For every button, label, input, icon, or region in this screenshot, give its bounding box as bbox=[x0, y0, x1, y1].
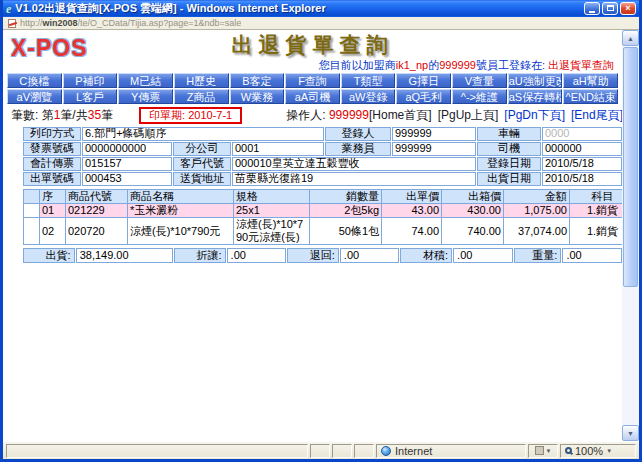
col-header: 金額 bbox=[504, 190, 570, 204]
field-label: 發票號碼 bbox=[23, 142, 81, 156]
vertical-scrollbar[interactable]: ▲ ▼ bbox=[622, 30, 639, 441]
field-label: 司機 bbox=[477, 142, 541, 156]
volume-field[interactable]: .00 bbox=[453, 248, 513, 263]
ship-total-field[interactable]: 38,149.00 bbox=[76, 248, 173, 263]
cell-code: 020720 bbox=[66, 218, 128, 245]
close-button[interactable]: × bbox=[620, 2, 636, 15]
cell-spec: 涼煙(長)*10*790元涼煙(長) bbox=[234, 218, 310, 245]
print-mode-field[interactable]: 6.部門+條碼順序 bbox=[82, 127, 324, 141]
customer-field[interactable]: 000010皇英立達五穀豐收 bbox=[232, 157, 476, 171]
globe-icon bbox=[381, 446, 391, 456]
status-panel bbox=[354, 444, 374, 458]
nav-end-link[interactable]: [End尾頁] bbox=[571, 107, 622, 124]
summary-label: 出貨: bbox=[23, 248, 75, 263]
page-nav: [Home首頁] [PgUp上頁] [PgDn下頁] [End尾頁] bbox=[369, 107, 622, 124]
login-suffix: 號員工登錄在: bbox=[476, 59, 548, 71]
toolbar-button[interactable]: aH幫助 bbox=[563, 73, 618, 88]
toolbar-button[interactable]: W業務 bbox=[230, 89, 285, 104]
toolbar-button[interactable]: B客定 bbox=[230, 73, 285, 88]
maximize-button[interactable] bbox=[602, 2, 618, 15]
zone-label: Internet bbox=[395, 445, 432, 457]
field-label: 業務員 bbox=[325, 142, 391, 156]
toolbar: C換檔 P補印 M已結 H歷史 B客定 F查詢 T類型 G擇日 V查量 aU強制… bbox=[7, 73, 618, 104]
ie-logo-icon: e bbox=[6, 3, 11, 15]
cell-amount: 1,075.00 bbox=[504, 204, 570, 218]
toolbar-button[interactable]: V查量 bbox=[452, 73, 507, 88]
reg-date-field[interactable]: 2010/5/18 bbox=[542, 157, 622, 171]
toolbar-button[interactable]: aQ毛利 bbox=[396, 89, 451, 104]
window-title: V1.02出退貨查詢[X-POS 雲端網] - Windows Internet… bbox=[15, 1, 584, 16]
toolbar-button[interactable]: G擇日 bbox=[396, 73, 451, 88]
browser-window: e V1.02出退貨查詢[X-POS 雲端網] - Windows Intern… bbox=[0, 0, 642, 462]
xpos-logo: X-POS bbox=[11, 35, 88, 62]
scroll-down-icon[interactable]: ▼ bbox=[622, 425, 639, 441]
weight-field[interactable]: .00 bbox=[562, 248, 622, 263]
table-row[interactable]: 02 020720 涼煙(長)*10*790元 涼煙(長)*10*790元涼煙(… bbox=[24, 218, 623, 245]
discount-field[interactable]: .00 bbox=[227, 248, 287, 263]
field-label: 列印方式 bbox=[23, 127, 81, 141]
vehicle-field[interactable]: 0000 bbox=[542, 127, 622, 141]
driver-field[interactable]: 000000 bbox=[542, 142, 622, 156]
chevron-down-icon: ▼ bbox=[546, 448, 552, 454]
salesman-field[interactable]: 999999 bbox=[392, 142, 476, 156]
address-bar: http://win2008/te/O_CData/Tijia.asp?page… bbox=[3, 17, 639, 30]
col-header: 銷數量 bbox=[310, 190, 382, 204]
field-label: 分公司 bbox=[173, 142, 231, 156]
toolbar-button[interactable]: H歷史 bbox=[174, 73, 229, 88]
nav-pgdn-link[interactable]: [PgDn下頁] bbox=[504, 107, 565, 124]
protected-mode-panel[interactable]: ▼ bbox=[528, 444, 558, 458]
summary-bar: 出貨: 38,149.00 折讓: .00 退回: .00 材積: .00 重量… bbox=[23, 248, 622, 263]
scroll-up-icon[interactable]: ▲ bbox=[622, 30, 639, 46]
invoice-field[interactable]: 0000000000 bbox=[82, 142, 172, 156]
return-field[interactable]: .00 bbox=[340, 248, 400, 263]
toolbar-button[interactable]: aV瀏覽 bbox=[7, 89, 62, 104]
cell-box-price: 430.00 bbox=[442, 204, 504, 218]
toolbar-button[interactable]: ^->維護 bbox=[452, 89, 507, 104]
minimize-button[interactable] bbox=[584, 2, 600, 15]
toolbar-button[interactable]: C換檔 bbox=[7, 73, 62, 88]
order-no-field[interactable]: 000453 bbox=[82, 172, 172, 186]
toolbar-button[interactable]: M已結 bbox=[118, 73, 173, 88]
address-field[interactable]: 苗栗縣光復路19 bbox=[232, 172, 476, 186]
voucher-field[interactable]: 015157 bbox=[82, 157, 172, 171]
status-panel bbox=[332, 444, 352, 458]
col-header: 出單價 bbox=[382, 190, 442, 204]
page-title: 出退貨單查詢 bbox=[3, 30, 622, 60]
toolbar-button[interactable]: ^END結束 bbox=[563, 89, 618, 104]
cell-amount: 37,074.00 bbox=[504, 218, 570, 245]
field-label: 客戶代號 bbox=[173, 157, 231, 171]
cell-category: 1.銷貨 bbox=[570, 218, 623, 245]
magnifier-icon bbox=[565, 447, 572, 454]
toolbar-button[interactable]: L客戶 bbox=[63, 89, 118, 104]
employee-id: 999999 bbox=[439, 59, 476, 71]
toolbar-button[interactable]: aA司機 bbox=[285, 89, 340, 104]
cell-category: 1.銷貨 bbox=[570, 204, 623, 218]
toolbar-button[interactable]: aS保存轉檔 bbox=[508, 89, 563, 104]
col-header: 商品代號 bbox=[66, 190, 128, 204]
login-person-field[interactable]: 999999 bbox=[392, 127, 476, 141]
toolbar-button[interactable]: aW登錄 bbox=[341, 89, 396, 104]
toolbar-button[interactable]: Y傳票 bbox=[118, 89, 173, 104]
cell-seq: 01 bbox=[40, 204, 66, 218]
nav-pgup-link[interactable]: [PgUp上頁] bbox=[438, 107, 499, 124]
cell-unit-price: 74.00 bbox=[382, 218, 442, 245]
scrollbar-thumb[interactable] bbox=[623, 47, 638, 287]
login-status: 您目前以加盟商ik1_np的999999號員工登錄在: 出退貨單查詢 bbox=[3, 59, 622, 72]
ship-date-field[interactable]: 2010/5/18 bbox=[542, 172, 622, 186]
address-url[interactable]: http://win2008/te/O_CData/Tijia.asp?page… bbox=[20, 18, 241, 28]
field-label: 出單號碼 bbox=[23, 172, 81, 186]
toolbar-button[interactable]: Z商品 bbox=[174, 89, 229, 104]
row-gutter bbox=[24, 204, 40, 218]
toolbar-button[interactable]: F查詢 bbox=[285, 73, 340, 88]
zoom-control[interactable]: 100% ▼ bbox=[560, 444, 636, 458]
page-error-icon bbox=[8, 19, 16, 28]
field-label: 登錄人 bbox=[325, 127, 391, 141]
toolbar-button[interactable]: P補印 bbox=[63, 73, 118, 88]
table-row[interactable]: 01 021229 *玉米澱粉 25x1 2包5kg 43.00 430.00 … bbox=[24, 204, 623, 218]
col-header: 規格 bbox=[234, 190, 310, 204]
toolbar-button[interactable]: aU強制更改 bbox=[508, 73, 563, 88]
toolbar-button[interactable]: T類型 bbox=[341, 73, 396, 88]
chevron-down-icon: ▼ bbox=[606, 448, 612, 454]
branch-field[interactable]: 0001 bbox=[232, 142, 324, 156]
nav-home-link[interactable]: [Home首頁] bbox=[369, 107, 432, 124]
